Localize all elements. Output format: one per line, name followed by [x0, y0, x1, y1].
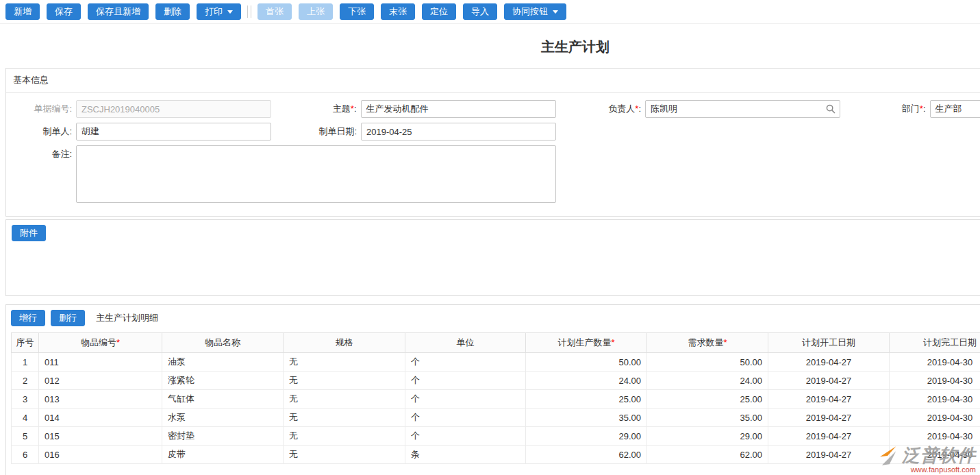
add-row-button[interactable]: 增行: [11, 310, 45, 326]
toolbar-button-label: 保存且新增: [96, 4, 140, 19]
page-title: 主生产计划: [0, 38, 980, 56]
cell-seq: 3: [12, 390, 39, 409]
table-row[interactable]: 1011油泵无个50.0050.002019-04-272019-04-30: [12, 353, 980, 372]
field-remark: 备注:: [6, 145, 576, 203]
cell-plan_finish: 2019-04-30: [890, 390, 980, 409]
detail-table: 序号物品编号*物品名称规格单位计划生产数量*需求数量*计划开工日期计划完工日期 …: [11, 332, 980, 464]
department-input[interactable]: [930, 100, 980, 118]
cell-item_code: 015: [39, 427, 162, 446]
department-control: [930, 100, 980, 118]
cell-item_code: 012: [39, 372, 162, 390]
toolbar-button-label: 删除: [164, 4, 181, 19]
cell-plan_start: 2019-04-27: [768, 427, 890, 446]
cell-unit: 个: [405, 390, 526, 409]
cell-item_code: 013: [39, 390, 162, 409]
cell-unit: 个: [405, 353, 526, 372]
cell-spec: 无: [284, 372, 405, 390]
cell-demand_qty: 24.00: [647, 372, 768, 390]
cell-demand_qty: 35.00: [647, 409, 768, 427]
toolbar-button-label: 打印: [205, 4, 223, 19]
toolbar-button-12[interactable]: 协同按钮: [504, 3, 566, 20]
detail-header-row: 序号物品编号*物品名称规格单位计划生产数量*需求数量*计划开工日期计划完工日期: [12, 333, 980, 353]
table-row[interactable]: 6016皮带无条62.0062.002019-04-272019-04-30: [12, 446, 980, 464]
doc-no-control: [76, 100, 271, 118]
field-department: 部门*:: [860, 100, 980, 118]
toolbar-button-1[interactable]: 新增: [5, 3, 40, 20]
table-row[interactable]: 4014水泵无个35.0035.002019-04-272019-04-30: [12, 409, 980, 427]
cell-plan_start: 2019-04-27: [768, 409, 890, 427]
toolbar-button-10[interactable]: 定位: [422, 3, 456, 20]
field-doc-no: 单据编号:: [6, 100, 291, 118]
table-row[interactable]: 3013气缸体无个25.0025.002019-04-272019-04-30: [12, 390, 980, 409]
toolbar-button-3[interactable]: 保存且新增: [88, 3, 149, 20]
attachment-button[interactable]: 附件: [12, 225, 46, 241]
required-asterisk: *: [723, 337, 727, 348]
field-create-date: 制单日期:: [291, 123, 576, 141]
toolbar-button-5[interactable]: 打印: [197, 3, 241, 20]
cell-spec: 无: [284, 353, 405, 372]
cell-plan_qty: 24.00: [526, 372, 647, 390]
dropdown-caret-icon: [553, 10, 558, 14]
search-icon[interactable]: [826, 104, 835, 114]
detail-section-title: 主生产计划明细: [96, 312, 158, 324]
toolbar-button-7[interactable]: 上张: [299, 3, 333, 20]
cell-unit: 个: [405, 427, 526, 446]
basic-info-form: 单据编号: 主题*: 负责人*:: [6, 93, 980, 216]
toolbar-button-6[interactable]: 首张: [257, 3, 292, 20]
cell-demand_qty: 29.00: [647, 427, 768, 446]
toolbar-button-11[interactable]: 导入: [463, 3, 497, 20]
cell-spec: 无: [284, 390, 405, 409]
cell-seq: 2: [12, 372, 39, 390]
creator-control: [76, 123, 271, 141]
owner-input[interactable]: [645, 100, 840, 118]
basic-info-panel: 基本信息 单据编号: 主题*: 负责人*:: [5, 68, 980, 217]
cell-spec: 无: [284, 446, 405, 464]
create-date-label: 制单日期:: [291, 123, 357, 141]
toolbar-button-label: 定位: [430, 4, 448, 19]
column-header-plan_finish: 计划完工日期: [890, 333, 980, 353]
doc-no-input[interactable]: [76, 100, 271, 118]
toolbar-button-9[interactable]: 末张: [381, 3, 415, 20]
title-bar: 主生产计划: [0, 24, 980, 68]
table-row[interactable]: 5015密封垫无个29.0029.002019-04-272019-04-30: [12, 427, 980, 446]
creator-label: 制单人:: [6, 123, 72, 141]
create-date-input[interactable]: [361, 123, 556, 141]
subject-input[interactable]: [361, 100, 556, 118]
cell-item_code: 014: [39, 409, 162, 427]
cell-seq: 4: [12, 409, 39, 427]
cell-item_name: 气缸体: [162, 390, 284, 409]
column-header-plan_qty: 计划生产数量*: [526, 333, 647, 353]
doc-no-label: 单据编号:: [6, 100, 72, 118]
basic-info-section-title: 基本信息: [6, 69, 980, 93]
cell-plan_start: 2019-04-27: [768, 372, 890, 390]
creator-input[interactable]: [76, 123, 271, 141]
toolbar-button-8[interactable]: 下张: [340, 3, 374, 20]
cell-unit: 个: [405, 409, 526, 427]
cell-plan_qty: 29.00: [526, 427, 647, 446]
cell-plan_start: 2019-04-27: [768, 446, 890, 464]
cell-plan_start: 2019-04-27: [768, 390, 890, 409]
toolbar-group-2: 首张上张下张末张定位导入协同按钮: [257, 3, 566, 20]
field-creator: 制单人:: [6, 123, 291, 141]
column-header-seq: 序号: [12, 333, 39, 353]
required-asterisk: *: [611, 337, 614, 348]
column-header-unit: 单位: [405, 333, 526, 353]
cell-seq: 1: [12, 353, 39, 372]
form-row-2: 制单人: 制单日期:: [6, 123, 980, 141]
cell-item_code: 016: [39, 446, 162, 464]
form-row-3: 备注:: [6, 145, 980, 203]
toolbar-button-label: 新增: [14, 4, 32, 19]
toolbar-button-label: 下张: [348, 4, 366, 19]
delete-row-button[interactable]: 删行: [51, 310, 85, 326]
subject-label: 主题*:: [291, 100, 357, 118]
toolbar-button-2[interactable]: 保存: [47, 3, 81, 20]
cell-item_name: 涨紧轮: [162, 372, 284, 390]
create-date-control: [361, 123, 556, 141]
remark-textarea[interactable]: [76, 145, 556, 203]
detail-tbody: 1011油泵无个50.0050.002019-04-272019-04-3020…: [12, 353, 980, 464]
cell-plan_finish: 2019-04-30: [890, 446, 980, 464]
attachment-panel: 附件: [5, 219, 980, 296]
table-row[interactable]: 2012涨紧轮无个24.0024.002019-04-272019-04-30: [12, 372, 980, 390]
toolbar-button-4[interactable]: 删除: [155, 3, 190, 20]
toolbar-separator: [247, 5, 248, 18]
